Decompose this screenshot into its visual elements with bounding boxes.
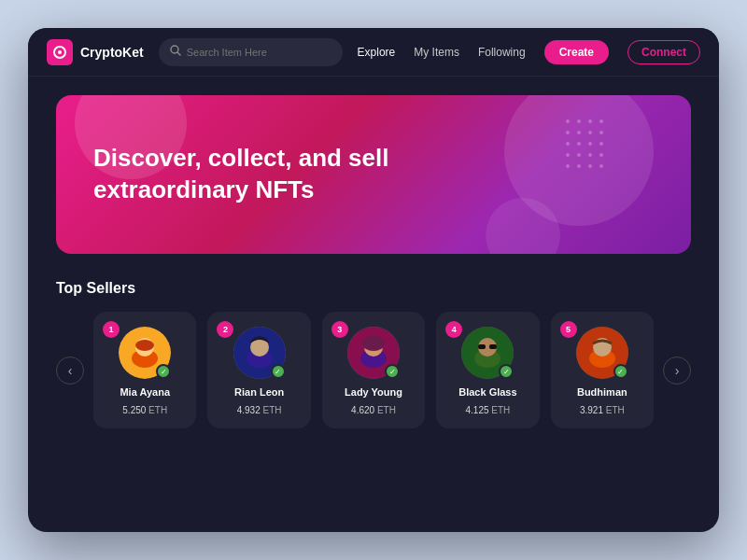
hero-text: Discover, collect, and sell extraordinar… — [93, 143, 467, 206]
seller-name: Rian Leon — [234, 386, 284, 398]
search-input[interactable] — [187, 47, 331, 58]
seller-eth: 4.932 ETH — [237, 405, 282, 415]
seller-avatar-wrap: ✓ — [461, 327, 514, 379]
seller-eth: 4.620 ETH — [351, 405, 396, 415]
hero-dots-decoration — [560, 114, 635, 189]
svg-point-19 — [599, 153, 603, 157]
svg-rect-39 — [489, 344, 497, 349]
nav-link-explore[interactable]: Explore — [358, 46, 396, 59]
verified-badge: ✓ — [385, 364, 400, 379]
hero-title: Discover, collect, and sell extraordinar… — [93, 143, 467, 206]
chevron-left-icon: ‹ — [68, 363, 73, 378]
svg-point-9 — [577, 131, 581, 134]
nav-links: Explore My Items Following Create Connec… — [358, 40, 700, 64]
svg-point-13 — [577, 142, 581, 146]
svg-point-4 — [566, 119, 570, 123]
svg-point-23 — [599, 164, 603, 168]
verified-badge: ✓ — [156, 364, 171, 379]
svg-point-12 — [566, 142, 570, 146]
seller-card[interactable]: 1 ✓ Mia Ayana 5.250 ETH — [93, 312, 196, 428]
hero-banner: Discover, collect, and sell extraordinar… — [56, 95, 691, 254]
seller-avatar-wrap: ✓ — [119, 327, 171, 379]
seller-eth: 5.250 ETH — [122, 405, 167, 415]
svg-point-7 — [599, 119, 603, 123]
seller-avatar-wrap: ✓ — [576, 327, 628, 379]
seller-eth: 3.921 ETH — [580, 405, 625, 415]
sellers-next-button[interactable]: › — [663, 357, 691, 385]
logo-area: CryptoKet — [47, 39, 144, 65]
chevron-right-icon: › — [675, 363, 680, 378]
connect-button[interactable]: Connect — [627, 40, 700, 64]
main-content: Discover, collect, and sell extraordinar… — [28, 77, 719, 532]
section-title: Top Sellers — [56, 280, 691, 297]
sellers-prev-button[interactable]: ‹ — [56, 357, 84, 385]
svg-point-22 — [588, 164, 592, 168]
svg-point-1 — [58, 50, 62, 54]
app-container: CryptoKet Explore My Items Following Cre… — [28, 28, 719, 532]
logo-icon — [47, 39, 73, 65]
svg-rect-38 — [478, 344, 486, 349]
svg-point-6 — [588, 119, 592, 123]
seller-name: Lady Young — [345, 386, 402, 398]
svg-point-21 — [577, 164, 581, 168]
create-button[interactable]: Create — [544, 40, 609, 64]
svg-point-10 — [588, 131, 592, 134]
svg-point-18 — [588, 153, 592, 157]
sellers-list: 1 ✓ Mia Ayana 5.250 ETH 2 — [93, 312, 654, 428]
seller-avatar-wrap: ✓ — [347, 327, 400, 379]
seller-name: Mia Ayana — [120, 386, 170, 398]
svg-point-14 — [588, 142, 592, 146]
seller-card[interactable]: 3 ✓ Lady Young 4.620 ETH — [322, 312, 425, 428]
verified-badge: ✓ — [271, 364, 286, 379]
logo-text: CryptoKet — [80, 45, 144, 60]
seller-rank-badge: 5 — [560, 321, 577, 338]
search-icon — [170, 45, 181, 59]
nav-link-following[interactable]: Following — [478, 46, 526, 59]
svg-point-27 — [135, 340, 154, 351]
svg-line-3 — [177, 52, 180, 55]
verified-badge: ✓ — [499, 364, 514, 379]
seller-rank-badge: 4 — [445, 321, 462, 338]
seller-name: Budhiman — [577, 386, 627, 398]
verified-badge: ✓ — [613, 364, 628, 379]
top-sellers-section: Top Sellers ‹ 1 ✓ Mia Ayana 5.250 ETH 2 — [56, 280, 691, 428]
svg-point-5 — [577, 119, 581, 123]
svg-point-15 — [599, 142, 603, 146]
sellers-container: ‹ 1 ✓ Mia Ayana 5.250 ETH 2 — [56, 312, 691, 428]
svg-point-34 — [362, 336, 385, 351]
svg-point-20 — [566, 164, 570, 168]
seller-card[interactable]: 4 ✓ Black Glass 4.125 ETH — [436, 312, 539, 428]
seller-rank-badge: 2 — [217, 321, 233, 338]
seller-name: Black Glass — [458, 386, 516, 398]
svg-point-11 — [599, 131, 603, 134]
seller-card[interactable]: 5 ✓ Budhiman 3.921 ETH — [551, 312, 654, 428]
svg-point-8 — [566, 131, 570, 134]
svg-point-17 — [577, 153, 581, 157]
navbar: CryptoKet Explore My Items Following Cre… — [28, 28, 719, 77]
nav-link-myitems[interactable]: My Items — [414, 46, 459, 59]
seller-eth: 4.125 ETH — [466, 405, 511, 415]
seller-rank-badge: 1 — [103, 321, 120, 338]
search-bar[interactable] — [159, 38, 343, 66]
seller-card[interactable]: 2 ✓ Rian Leon 4.932 ETH — [207, 312, 310, 428]
svg-point-16 — [566, 153, 570, 157]
seller-avatar-wrap: ✓ — [233, 327, 286, 379]
seller-rank-badge: 3 — [331, 321, 348, 338]
